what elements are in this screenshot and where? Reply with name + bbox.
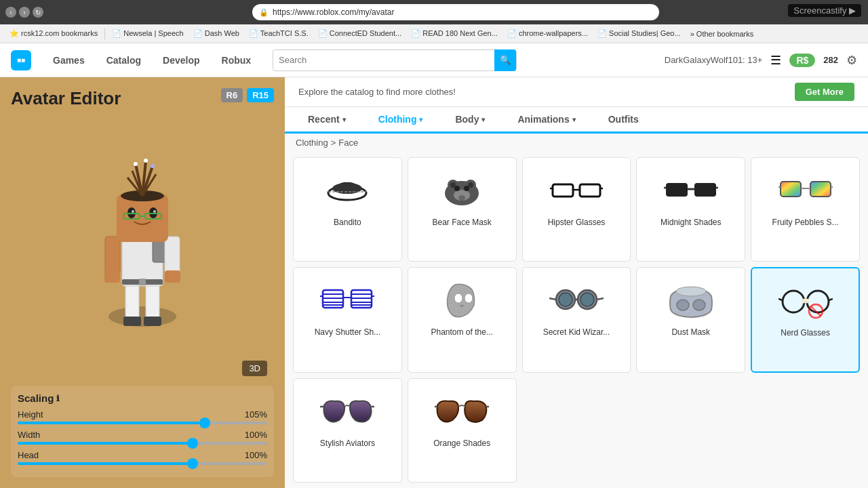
tab-animations[interactable]: Animations ▾ (501, 107, 591, 134)
item-fruity[interactable]: Fruity Pebbles S... (751, 157, 860, 262)
svg-rect-6 (153, 239, 166, 262)
r15-badge[interactable]: R15 (247, 88, 274, 102)
item-aviators[interactable]: Stylish Aviators (293, 378, 402, 483)
breadcrumb-separator: > (331, 138, 336, 148)
head-thumb[interactable] (187, 458, 198, 469)
head-slider[interactable] (18, 462, 267, 465)
item-midnight[interactable]: Midnight Shades (636, 157, 745, 262)
item-phantom[interactable]: Phantom of the... (408, 267, 517, 373)
bandito-name: Bandito (334, 218, 361, 227)
svg-point-80 (677, 300, 689, 310)
bookmark-dash[interactable]: 📄 Dash Web (189, 28, 243, 39)
svg-point-72 (465, 293, 473, 303)
address-bar[interactable]: 🔒 https://www.roblox.com/my/avatar (252, 4, 659, 20)
forward-button[interactable]: › (19, 7, 30, 18)
nav-catalog[interactable]: Catalog (96, 43, 152, 77)
get-more-button[interactable]: Get More (795, 83, 854, 101)
nav-robux[interactable]: Robux (211, 43, 262, 77)
item-secretkid[interactable]: Secret Kid Wizar... (522, 267, 631, 373)
svg-rect-9 (104, 270, 120, 283)
tab-clothing[interactable]: Clothing ▾ (362, 107, 439, 134)
settings-icon[interactable]: ⚙ (846, 53, 857, 68)
tab-body[interactable]: Body ▾ (439, 107, 501, 134)
svg-point-26 (151, 164, 155, 168)
width-value: 100% (245, 430, 267, 440)
screencastify-label: Screencastify ▶ (788, 4, 861, 17)
width-fill (18, 442, 193, 445)
recent-arrow: ▾ (342, 116, 346, 123)
r6-badge[interactable]: R6 (221, 88, 243, 102)
bookmark-connected[interactable]: 📄 ConnectED Student... (314, 28, 406, 39)
item-bandito[interactable]: Bandito (293, 157, 402, 262)
bookmark-read180[interactable]: 📄 READ 180 Next Gen... (407, 28, 502, 39)
svg-point-84 (807, 291, 829, 312)
item-bearface[interactable]: Bear Face Mask (408, 157, 517, 262)
main-nav: ■■ Games Catalog Develop Robux 🔍 DarkGal… (0, 43, 868, 77)
btn-3d[interactable]: 3D (242, 361, 267, 376)
notifications-icon[interactable]: ☰ (770, 53, 781, 68)
bookmark-chrome[interactable]: 📄 chrome-wallpapers... (503, 28, 592, 39)
version-badges: R6 R15 (221, 88, 274, 102)
phantom-name: Phantom of the... (431, 327, 493, 337)
scaling-row-width: Width 100% (18, 430, 267, 445)
navy-icon (320, 279, 374, 320)
items-grid: Bandito Bear (285, 152, 868, 488)
page-title: Avatar Editor (11, 88, 121, 109)
bookmark-teachtci[interactable]: 📄 TeachTCI S.S. (245, 28, 313, 39)
height-fill (18, 422, 205, 424)
svg-point-76 (580, 293, 594, 306)
roblox-logo[interactable]: ■■ (11, 50, 31, 70)
back-button[interactable]: ‹ (5, 7, 16, 18)
svg-point-74 (559, 293, 572, 306)
aviators-icon (320, 390, 374, 431)
nav-games[interactable]: Games (42, 43, 96, 77)
bookmark-more[interactable]: » Other bookmarks (686, 28, 758, 39)
item-hipster[interactable]: Hipster Glasses (522, 157, 631, 262)
orangeshades-icon (435, 390, 489, 431)
bookmark-newsela[interactable]: 📄 Newsela | Speech (108, 28, 188, 39)
fruity-icon (778, 169, 833, 210)
phantom-icon (435, 279, 489, 320)
svg-point-41 (450, 182, 456, 188)
fruity-name: Fruity Pebbles S... (772, 218, 839, 227)
info-icon[interactable]: ℹ (56, 394, 60, 403)
svg-point-82 (676, 287, 706, 296)
nav-develop[interactable]: Develop (152, 43, 210, 77)
robux-badge[interactable]: R$ (789, 54, 815, 67)
page-content: Avatar Editor R6 R15 (0, 77, 868, 488)
width-thumb[interactable] (187, 438, 198, 449)
search-bar-container: 🔍 (273, 49, 517, 71)
item-orangeshades[interactable]: Orange Shades (408, 378, 517, 483)
svg-line-79 (597, 298, 604, 300)
width-slider[interactable] (18, 442, 267, 445)
svg-point-81 (693, 300, 705, 310)
secretkid-name: Secret Kid Wizar... (543, 327, 610, 337)
item-navy[interactable]: Navy Shutter Sh... (293, 267, 402, 373)
search-input[interactable] (279, 55, 494, 65)
svg-rect-8 (165, 237, 180, 274)
head-fill (18, 462, 193, 465)
tab-outfits[interactable]: Outfits (592, 107, 655, 134)
logo-text: ■■ (17, 56, 25, 64)
svg-rect-3 (123, 317, 141, 326)
catalog-banner: Explore the catalog to find more clothes… (285, 77, 868, 107)
breadcrumb-clothing[interactable]: Clothing (296, 138, 328, 148)
search-button[interactable]: 🔍 (494, 49, 516, 71)
height-slider[interactable] (18, 422, 267, 424)
bookmark-rcsk12[interactable]: ⭐ rcsk12.com bookmarks (5, 28, 102, 39)
nav-right: DarkGalaxyWolf101: 13+ ☰ R$ 282 ⚙ (665, 53, 857, 68)
refresh-button[interactable]: ↻ (33, 7, 43, 18)
svg-rect-48 (666, 183, 688, 197)
animations-arrow: ▾ (572, 116, 576, 123)
orangeshades-name: Orange Shades (433, 439, 490, 448)
bookmark-social[interactable]: 📄 Social Studies| Geo... (593, 28, 685, 39)
bearface-icon (435, 169, 489, 210)
tab-recent[interactable]: Recent ▾ (292, 107, 362, 134)
item-dustmask[interactable]: Dust Mask (636, 267, 745, 373)
midnight-name: Midnight Shades (660, 218, 721, 227)
height-thumb[interactable] (199, 418, 210, 428)
svg-rect-31 (139, 279, 146, 285)
item-nerd[interactable]: Nerd Glasses (751, 267, 860, 373)
svg-point-71 (454, 293, 462, 303)
browser-bar: ‹ › ↻ 🔒 https://www.roblox.com/my/avatar… (0, 0, 868, 24)
